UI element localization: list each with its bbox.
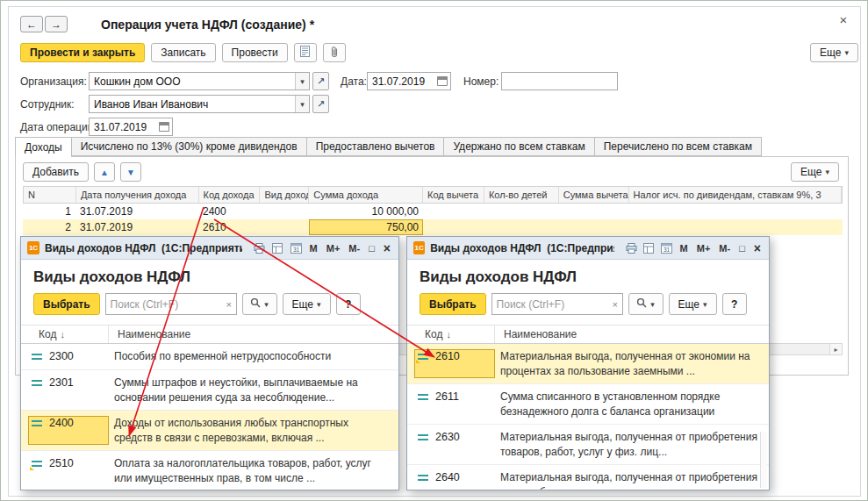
column-header-code[interactable]: Код↓ (407, 326, 495, 343)
add-row-button[interactable]: Добавить (23, 162, 89, 182)
cell-income-amount[interactable]: 10 000,00 (309, 204, 423, 219)
clear-search-icon[interactable]: × (222, 299, 236, 310)
income-type-row-selected[interactable]: 2610 Материальная выгода, полученная от … (407, 344, 769, 384)
cell-deduction-amount[interactable] (559, 219, 629, 235)
attachments-button[interactable] (323, 43, 346, 62)
income-type-row-selected[interactable]: 2400 Доходы от использования любых транс… (21, 411, 398, 451)
forward-button[interactable]: → (45, 16, 68, 32)
column-header-income-kind[interactable]: Вид дохода (260, 187, 309, 203)
clear-search-icon[interactable]: × (608, 299, 622, 310)
cell-deduction-amount[interactable] (559, 204, 629, 219)
income-type-row[interactable]: 2301 Суммы штрафов и неустойки, выплачив… (21, 370, 398, 411)
calendar-icon[interactable] (437, 76, 448, 86)
cell-n[interactable]: 2 (23, 219, 75, 235)
grid-more-button[interactable]: Еще▾ (791, 162, 839, 182)
tab-predostavleno-vychetov[interactable]: Предоставлено вычетов (306, 137, 444, 156)
close-dialog-button[interactable]: × (382, 241, 392, 255)
column-header-n[interactable]: N (24, 187, 76, 203)
column-header-income-amount[interactable]: Сумма дохода (309, 187, 423, 203)
search-button[interactable]: ▾ (628, 293, 664, 315)
column-header-deduction-amount[interactable]: Сумма вычета (559, 187, 629, 203)
calendar-icon[interactable] (159, 122, 169, 132)
post-button[interactable]: Провести (222, 43, 288, 62)
cell-deduction-code[interactable] (423, 219, 484, 235)
income-type-row[interactable]: 2611 Сумма списанного в установленном по… (407, 384, 769, 425)
organization-dropdown-button[interactable]: ▾ (295, 73, 309, 89)
search-button[interactable]: ▾ (242, 293, 277, 315)
calendar-31-icon[interactable]: 31 (661, 241, 673, 255)
cell-income-code[interactable]: 2610 (198, 219, 260, 235)
scale-m-button[interactable]: M (308, 243, 319, 254)
search-input[interactable] (106, 298, 222, 311)
organization-input[interactable] (90, 73, 295, 89)
income-type-row[interactable]: 2640 Материальная выгода, полученная от … (407, 465, 769, 490)
document-register-button[interactable] (294, 43, 317, 62)
print-icon[interactable] (253, 241, 266, 255)
help-button[interactable]: ? (722, 293, 747, 315)
income-type-row[interactable]: 2630 Материальная выгода, полученная от … (407, 425, 769, 465)
calendar-31-icon[interactable]: 31 (290, 241, 303, 255)
table-grid-icon[interactable] (642, 241, 655, 255)
column-header-name[interactable]: Наименование (109, 328, 190, 340)
scroll-right-button[interactable]: ▸ (829, 344, 842, 354)
organization-open-button[interactable]: ↗ (312, 72, 329, 90)
list-vertical-scrollbar[interactable] (760, 432, 767, 488)
tab-dohody[interactable]: Доходы (15, 137, 71, 157)
tab-ischisleno[interactable]: Исчислено по 13% (30%) кроме дивидендов (71, 137, 306, 156)
more-button[interactable]: Еще▾ (283, 293, 331, 315)
cell-income-kind[interactable] (260, 219, 309, 235)
cell-income-kind[interactable] (260, 204, 309, 219)
close-dialog-button[interactable]: × (752, 241, 763, 255)
scale-m-minus-button[interactable]: M- (717, 243, 732, 254)
dialog-titlebar[interactable]: 1С Виды доходов НДФЛ (1С:Предприятие) 31… (407, 237, 769, 260)
cell-income-amount-active[interactable]: 750,00 (309, 219, 423, 235)
column-header-children-count[interactable]: Кол-во детей (484, 187, 559, 203)
close-window-button[interactable]: × (835, 11, 852, 27)
column-header-code[interactable]: Код↓ (21, 326, 109, 343)
more-button[interactable]: Еще▾ (669, 293, 717, 315)
restore-window-button[interactable]: □ (367, 243, 377, 254)
tab-uderzhano[interactable]: Удержано по всем ставкам (443, 137, 593, 156)
help-button[interactable]: ? (336, 293, 361, 315)
cell-n[interactable]: 1 (23, 204, 75, 219)
tab-perechisleno[interactable]: Перечислено по всем ставкам (594, 137, 762, 156)
cell-received-date[interactable]: 31.07.2019 (75, 204, 198, 219)
employee-dropdown-button[interactable]: ▾ (295, 96, 309, 112)
move-up-button[interactable]: ▲ (94, 162, 115, 182)
cell-children-count[interactable] (484, 204, 559, 219)
move-down-button[interactable]: ▼ (120, 162, 141, 182)
cell-children-count[interactable] (484, 219, 559, 235)
column-header-deduction-code[interactable]: Код вычета (423, 187, 484, 203)
write-button[interactable]: Записать (151, 43, 215, 62)
cell-deduction-code[interactable] (423, 204, 484, 219)
cell-dividend-tax[interactable] (629, 219, 843, 235)
more-button[interactable]: Еще▾ (810, 43, 858, 62)
column-header-dividend-tax[interactable]: Налог исч. по дивидендам, ставкам 9%, 3 (629, 187, 842, 203)
back-button[interactable]: ← (20, 16, 43, 32)
scale-m-minus-button[interactable]: M- (347, 243, 362, 254)
scale-m-button[interactable]: M (678, 243, 690, 254)
table-grid-icon[interactable] (271, 241, 284, 255)
cell-received-date[interactable]: 31.07.2019 (75, 219, 198, 235)
income-type-row[interactable]: 2510 Оплата за налогоплательщика товаров… (21, 451, 398, 490)
employee-open-button[interactable]: ↗ (312, 95, 329, 113)
operation-date-input[interactable] (90, 118, 156, 135)
print-icon[interactable] (625, 241, 637, 255)
column-header-received-date[interactable]: Дата получения дохода (76, 187, 199, 203)
table-row[interactable]: 1 31.07.2019 2400 10 000,00 (23, 204, 843, 219)
select-button[interactable]: Выбрать (33, 293, 100, 315)
post-and-close-button[interactable]: Провести и закрыть (20, 43, 145, 62)
table-row[interactable]: 2 31.07.2019 2610 750,00 (23, 219, 843, 235)
dialog-titlebar[interactable]: 1С Виды доходов НДФЛ (1С:Предприятие) 31… (21, 237, 398, 260)
cell-dividend-tax[interactable] (629, 204, 843, 219)
select-button[interactable]: Выбрать (420, 293, 486, 315)
number-input[interactable] (502, 73, 617, 89)
search-input[interactable] (492, 298, 608, 311)
cell-income-code[interactable]: 2400 (198, 204, 260, 219)
column-header-name[interactable]: Наименование (495, 328, 577, 340)
date-input[interactable] (368, 73, 434, 89)
income-type-row[interactable]: 2300 Пособия по временной нетрудоспособн… (21, 344, 398, 370)
employee-input[interactable] (90, 96, 295, 112)
scale-m-plus-button[interactable]: M+ (695, 243, 713, 254)
scale-m-plus-button[interactable]: M+ (325, 243, 342, 254)
